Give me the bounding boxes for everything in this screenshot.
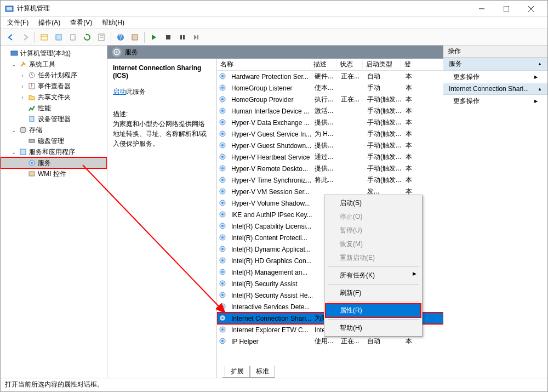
menu-file[interactable]: 文件(F) — [5, 17, 31, 29]
cell-startup: 手动(触发... — [365, 129, 403, 139]
cell-desc: 激活... — [312, 106, 339, 116]
tree-node-5[interactable]: 性能 — [1, 103, 107, 113]
stop-service-button[interactable] — [162, 31, 174, 43]
forward-button[interactable] — [19, 31, 31, 43]
cell-name: IKE and AuthIP IPsec Key... — [229, 211, 312, 219]
service-row[interactable]: Hyper-V Remote Deskto...提供...手动(触发...本 — [217, 163, 443, 174]
svg-point-36 — [221, 87, 224, 89]
tree-twisty[interactable]: › — [19, 94, 26, 100]
ctx-item-6[interactable]: 所有任务(K)▶ — [326, 269, 421, 282]
menu-help[interactable]: 帮助(H) — [100, 17, 127, 29]
col-logon[interactable]: 登 — [401, 60, 413, 69]
gear-icon — [219, 107, 227, 116]
tree-label: 共享文件夹 — [38, 93, 71, 102]
cell-name: Intel(R) Dynamic Applicat... — [229, 246, 312, 253]
tree-node-0[interactable]: 计算机管理(本地) — [1, 48, 107, 59]
gear-icon — [219, 337, 227, 346]
minimize-button[interactable] — [469, 1, 494, 16]
tab-standard[interactable]: 标准 — [250, 366, 275, 378]
service-row[interactable]: HomeGroup Listener使本...手动本 — [217, 82, 443, 94]
service-row[interactable]: HomeGroup Provider执行...正在...手动(触发...本 — [217, 94, 443, 105]
cell-desc: 通过... — [312, 152, 339, 162]
help-button[interactable]: ? — [115, 31, 127, 43]
service-row[interactable]: Hyper-V Data Exchange ...提供...手动(触发...本 — [217, 117, 443, 128]
start-service-button[interactable] — [148, 31, 160, 43]
service-row[interactable]: Human Interface Device ...激活...手动(触发...本 — [217, 105, 443, 117]
cell-startup: 手动 — [365, 83, 403, 93]
actions-more-2[interactable]: 更多操作▶ — [443, 95, 547, 107]
restart-service-button[interactable] — [191, 31, 203, 43]
col-status[interactable]: 状态 — [336, 60, 363, 69]
service-row[interactable]: Hyper-V Guest Service In...为 H...手动(触发..… — [217, 128, 443, 140]
tree-node-6[interactable]: 设备管理器 — [1, 113, 107, 124]
col-startup[interactable]: 启动类型 — [363, 60, 401, 69]
pause-service-button[interactable] — [176, 31, 189, 43]
tree-icon — [27, 71, 36, 79]
tree-node-9[interactable]: ⌄服务和应用程序 — [1, 146, 107, 157]
detail-desc-label: 描述: — [113, 110, 211, 119]
services-header-icon — [112, 47, 122, 57]
tree-twisty[interactable]: ⌄ — [10, 61, 17, 67]
tree-node-11[interactable]: WMI 控件 — [1, 168, 107, 179]
snapin-button[interactable] — [129, 31, 141, 43]
ctx-item-10[interactable]: 属性(R) — [326, 304, 421, 317]
gear-icon — [219, 84, 227, 93]
tree-node-7[interactable]: ⌄存储 — [1, 124, 107, 135]
actions-more-1[interactable]: 更多操作▶ — [443, 71, 547, 83]
cell-startup: 手动(触发... — [365, 95, 403, 104]
refresh-button[interactable] — [81, 31, 93, 43]
show-hide-button[interactable] — [38, 31, 50, 43]
cell-name: Hyper-V Time Synchroniz... — [229, 177, 312, 184]
cell-desc: 使本... — [312, 83, 339, 93]
service-row[interactable]: Hyper-V Guest Shutdown...提供...手动(触发...本 — [217, 140, 443, 151]
gear-icon — [219, 326, 227, 334]
menu-view[interactable]: 查看(V) — [68, 17, 94, 29]
tree-node-3[interactable]: ›!事件查看器 — [1, 81, 107, 92]
properties-button[interactable] — [53, 31, 65, 43]
tree-node-2[interactable]: ›任务计划程序 — [1, 70, 107, 81]
nav-tree[interactable]: 计算机管理(本地)⌄系统工具›任务计划程序›!事件查看器›共享文件夹性能设备管理… — [1, 46, 107, 378]
tree-node-8[interactable]: 磁盘管理 — [1, 135, 107, 146]
cell-name: Hyper-V Volume Shadow... — [229, 200, 312, 207]
col-desc[interactable]: 描述 — [310, 60, 336, 69]
svg-rect-30 — [29, 172, 35, 176]
cell-startup: 手动(触发... — [365, 141, 403, 150]
service-row[interactable]: Hardware Protection Ser...硬件...正在...自动本 — [217, 71, 443, 82]
export-button[interactable] — [67, 31, 79, 43]
tree-node-10[interactable]: 服务 — [1, 157, 107, 168]
tree-twisty[interactable]: › — [19, 83, 26, 89]
gear-icon — [219, 211, 227, 219]
gear-icon — [219, 291, 227, 300]
svg-rect-26 — [29, 139, 35, 143]
detail-start-link[interactable]: 启动此服务 — [113, 87, 211, 96]
submenu-icon: ▶ — [534, 99, 538, 104]
service-row[interactable]: Hyper-V Heartbeat Service通过...手动(触发...本 — [217, 151, 443, 163]
ctx-item-0[interactable]: 启动(S) — [326, 196, 421, 210]
maximize-button[interactable] — [494, 1, 518, 16]
gear-icon — [219, 303, 227, 311]
menu-action[interactable]: 操作(A) — [36, 17, 62, 29]
cell-logon: 本 — [403, 152, 415, 162]
service-row[interactable]: IP Helper使用...正在...自动本 — [217, 336, 443, 347]
tree-twisty[interactable]: › — [19, 72, 26, 78]
col-name[interactable]: 名称 — [217, 60, 310, 69]
column-headers[interactable]: 名称 描述 状态 启动类型 登 — [217, 59, 443, 71]
tree-twisty[interactable]: ⌄ — [10, 149, 17, 155]
tree-node-1[interactable]: ⌄系统工具 — [1, 59, 107, 70]
service-row[interactable]: Hyper-V Time Synchroniz...将此...手动(触发...本 — [217, 174, 443, 186]
tree-label: 任务计划程序 — [38, 71, 77, 80]
tree-node-4[interactable]: ›共享文件夹 — [1, 92, 107, 103]
tab-extended[interactable]: 扩展 — [225, 366, 250, 378]
back-button[interactable] — [5, 31, 17, 43]
tree-twisty[interactable]: ⌄ — [10, 127, 17, 133]
close-button[interactable] — [518, 1, 543, 16]
status-text: 打开当前所选内容的属性对话框。 — [5, 380, 104, 389]
context-menu[interactable]: 启动(S)停止(O)暂停(U)恢复(M)重新启动(E)所有任务(K)▶刷新(F)… — [324, 195, 423, 337]
ctx-item-2: 暂停(U) — [326, 224, 421, 237]
actions-section-selection[interactable]: Internet Connection Shari...▲ — [443, 83, 547, 95]
properties-icon[interactable] — [95, 31, 107, 43]
ctx-item-12[interactable]: 帮助(H) — [326, 321, 421, 335]
services-header: 服务 — [107, 46, 443, 59]
ctx-item-8[interactable]: 刷新(F) — [326, 286, 421, 300]
actions-section-services[interactable]: 服务▲ — [443, 58, 547, 71]
